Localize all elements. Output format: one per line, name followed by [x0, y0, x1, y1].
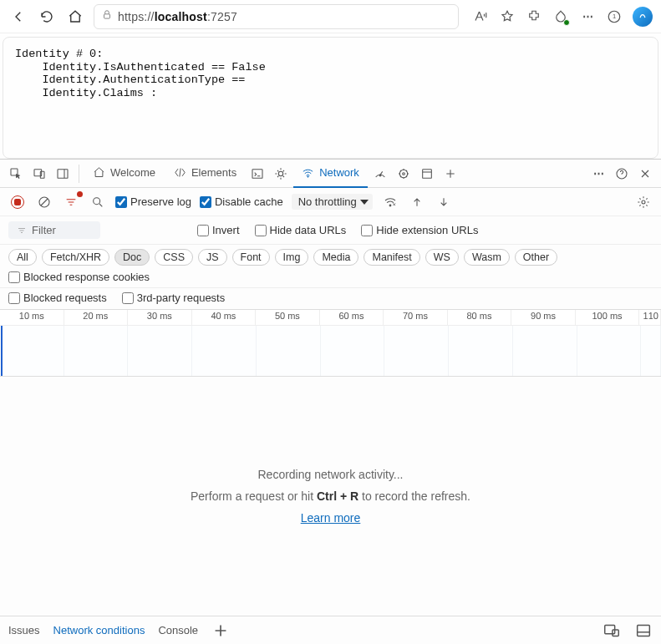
hide-extension-urls-checkbox[interactable]: Hide extension URLs: [361, 224, 478, 236]
svg-point-9: [308, 176, 308, 177]
type-fetch-xhr[interactable]: Fetch/XHR: [42, 249, 109, 266]
drawer-icon-1[interactable]: [603, 621, 621, 640]
drawer-icon-2[interactable]: [634, 621, 653, 640]
tab-welcome[interactable]: Welcome: [84, 160, 164, 188]
favorite-icon[interactable]: [499, 8, 516, 25]
type-js[interactable]: JS: [198, 249, 227, 266]
empty-line2: Perform a request or hit Ctrl + R to rec…: [191, 489, 470, 503]
type-media[interactable]: Media: [313, 249, 358, 266]
home-button[interactable]: [65, 7, 85, 27]
devtools-drawer-bar: Issues Network conditions Console: [0, 616, 661, 644]
page-content: Identity # 0: Identity.IsAuthenticated =…: [0, 33, 661, 159]
tick: 70 ms: [384, 310, 448, 325]
browser-toolbar: https://localhost:7257 ⋯ 1: [0, 0, 661, 33]
tab-elements[interactable]: Elements: [165, 160, 245, 188]
tab-network[interactable]: Network: [293, 160, 368, 188]
svg-point-16: [94, 197, 100, 204]
identity-output: Identity # 0: Identity.IsAuthenticated =…: [3, 37, 658, 159]
site-info-icon[interactable]: [101, 9, 113, 23]
drawer-tab-console[interactable]: Console: [158, 624, 198, 636]
network-toolbar: Preserve log Disable cache No throttling: [0, 188, 661, 216]
type-other[interactable]: Other: [515, 249, 557, 266]
svg-point-12: [403, 172, 405, 175]
timeline-marker: [1, 326, 3, 376]
back-button[interactable]: [8, 7, 28, 27]
type-all[interactable]: All: [8, 249, 37, 266]
blocked-cookies-checkbox[interactable]: Blocked response cookies: [8, 271, 150, 283]
search-icon[interactable]: [89, 193, 107, 211]
invert-checkbox[interactable]: Invert: [197, 224, 240, 236]
help-icon[interactable]: [611, 163, 633, 185]
filter-toggle-icon[interactable]: [62, 193, 80, 211]
svg-point-18: [642, 200, 645, 204]
application-tab-icon[interactable]: [416, 163, 438, 185]
record-button[interactable]: [8, 193, 27, 211]
drawer-tab-network-conditions[interactable]: Network conditions: [53, 624, 145, 636]
svg-rect-21: [638, 625, 650, 636]
drawer-add-icon[interactable]: [211, 621, 230, 640]
blocked-requests-checkbox[interactable]: Blocked requests: [8, 292, 107, 304]
profile-badge-icon[interactable]: 1: [606, 8, 623, 25]
copilot-icon[interactable]: [633, 7, 653, 27]
type-img[interactable]: Img: [275, 249, 309, 266]
svg-rect-0: [104, 14, 110, 18]
type-doc[interactable]: Doc: [114, 249, 150, 266]
disable-cache-checkbox[interactable]: Disable cache: [200, 195, 283, 208]
type-css[interactable]: CSS: [155, 249, 193, 266]
learn-more-link[interactable]: Learn more: [301, 511, 361, 525]
performance-tab-icon[interactable]: [369, 163, 391, 185]
inspect-icon[interactable]: [5, 163, 27, 185]
tick: 60 ms: [320, 310, 384, 325]
more-tools-icon[interactable]: ⋯: [587, 163, 609, 185]
svg-rect-13: [423, 169, 432, 178]
new-tab-icon[interactable]: [440, 163, 461, 185]
refresh-button[interactable]: [37, 7, 57, 27]
svg-point-17: [389, 205, 391, 206]
tick: 90 ms: [511, 310, 576, 325]
read-aloud-icon[interactable]: [472, 8, 489, 25]
svg-rect-5: [40, 171, 44, 178]
extensions-icon[interactable]: [526, 8, 542, 25]
third-party-checkbox[interactable]: 3rd-party requests: [122, 292, 226, 304]
svg-rect-6: [58, 169, 68, 178]
throttling-select[interactable]: No throttling: [292, 194, 373, 210]
type-wasm[interactable]: Wasm: [464, 249, 510, 266]
drawer-tab-issues[interactable]: Issues: [8, 624, 40, 636]
type-font[interactable]: Font: [232, 249, 270, 266]
empty-line1: Recording network activity...: [257, 468, 403, 481]
tick: 50 ms: [256, 310, 320, 325]
filter-input[interactable]: Filter: [8, 221, 100, 239]
hide-data-urls-checkbox[interactable]: Hide data URLs: [255, 224, 347, 236]
close-devtools-icon[interactable]: [634, 163, 656, 185]
import-har-icon[interactable]: [408, 193, 426, 211]
more-icon[interactable]: ⋯: [579, 8, 596, 25]
tick: 110: [639, 310, 661, 325]
svg-text:1: 1: [613, 13, 616, 20]
network-conditions-icon[interactable]: [381, 193, 399, 211]
collections-icon[interactable]: [552, 8, 569, 25]
network-timeline[interactable]: 10 ms 20 ms 30 ms 40 ms 50 ms 60 ms 70 m…: [0, 310, 661, 377]
type-ws[interactable]: WS: [425, 249, 459, 266]
sources-tab-icon[interactable]: [270, 163, 292, 185]
network-empty-state: Recording network activity... Perform a …: [0, 377, 661, 616]
export-har-icon[interactable]: [435, 193, 453, 211]
memory-tab-icon[interactable]: [393, 163, 414, 185]
filter-row: Filter Invert Hide data URLs Hide extens…: [0, 216, 661, 245]
dock-side-icon[interactable]: [52, 163, 74, 185]
toolbar-right-icons: ⋯ 1: [467, 7, 653, 27]
console-tab-icon[interactable]: [247, 163, 268, 185]
tick: 30 ms: [128, 310, 192, 325]
svg-point-10: [379, 175, 381, 176]
preserve-log-checkbox[interactable]: Preserve log: [115, 195, 191, 208]
network-settings-icon[interactable]: [634, 193, 653, 211]
devtools-tabbar: Welcome Elements Network ⋯: [0, 160, 661, 188]
tick: 10 ms: [0, 310, 64, 325]
clear-button[interactable]: [35, 193, 53, 211]
type-manifest[interactable]: Manifest: [364, 249, 419, 266]
address-bar[interactable]: https://localhost:7257: [94, 4, 459, 29]
device-toggle-icon[interactable]: [28, 163, 50, 185]
tick: 100 ms: [576, 310, 640, 325]
tick: 40 ms: [192, 310, 257, 325]
svg-point-8: [278, 171, 282, 175]
type-filter-row: All Fetch/XHR Doc CSS JS Font Img Media …: [0, 245, 661, 288]
